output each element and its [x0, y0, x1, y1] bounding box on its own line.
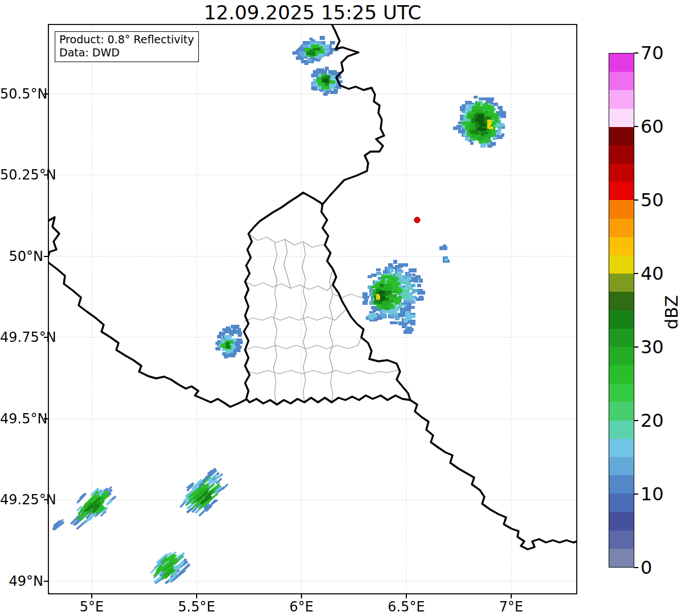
- colorbar-segment: [609, 512, 634, 530]
- colorbar-segment: [609, 219, 634, 237]
- colorbar-segment: [609, 274, 634, 292]
- colorbar-segment: [609, 54, 634, 72]
- colorbar-segment: [609, 329, 634, 347]
- borders-layer: [48, 24, 577, 594]
- y-tick-label: 49°N: [0, 574, 43, 589]
- x-tick-label: 7°E: [471, 599, 551, 614]
- colorbar-segment: [609, 549, 634, 567]
- colorbar-tick-label: 0: [641, 557, 675, 578]
- colorbar-segment: [609, 109, 634, 127]
- border-belgium-germany: [322, 24, 384, 205]
- colorbar-segment: [609, 127, 634, 145]
- canton-border: [329, 269, 333, 401]
- colorbar-tickmark: [634, 273, 638, 274]
- colorbar-segment: [609, 237, 634, 255]
- x-tick-label: 6°E: [262, 599, 341, 614]
- border-france-germany: [410, 400, 577, 549]
- x-tick-label: 6.5°E: [366, 599, 446, 614]
- colorbar-axis-label: dBZ: [661, 284, 683, 341]
- colorbar-segment: [609, 164, 634, 182]
- x-tick-label: 5°E: [52, 599, 132, 614]
- colorbar-tickmark: [634, 52, 638, 53]
- colorbar-tick-label: 60: [641, 116, 675, 137]
- colorbar-segment: [609, 475, 634, 493]
- colorbar-segment: [609, 493, 634, 512]
- colorbar-segment: [609, 384, 634, 402]
- axes-frame: [48, 25, 577, 594]
- y-tickmark: [44, 256, 48, 256]
- canton-border: [333, 294, 364, 297]
- colorbar-segment: [609, 365, 634, 384]
- border-france-belgium-loop: [48, 217, 59, 258]
- x-tickmark: [301, 594, 301, 598]
- x-tickmark: [196, 594, 197, 598]
- colorbar-segment: [609, 200, 634, 218]
- x-tickmark: [406, 594, 406, 598]
- colorbar-segment: [609, 182, 634, 200]
- figure-title: 12.09.2025 15:25 UTC: [48, 1, 577, 24]
- colorbar-segment: [609, 292, 634, 310]
- colorbar-segment: [609, 72, 634, 90]
- y-tick-label: 50.5°N: [0, 87, 43, 101]
- colorbar-segment: [609, 347, 634, 365]
- product-info-box: Product: 0.8° Reflectivity Data: DWD: [55, 31, 199, 62]
- map-plot-area: [48, 24, 577, 594]
- product-info-line2: Data: DWD: [59, 46, 194, 59]
- colorbar-segment: [609, 311, 634, 329]
- colorbar-tick-label: 50: [641, 189, 675, 211]
- canton-border: [302, 242, 307, 401]
- canton-border: [244, 309, 346, 321]
- colorbar: [609, 53, 634, 568]
- y-tick-label: 50°N: [0, 249, 43, 264]
- product-info-line1: Product: 0.8° Reflectivity: [59, 33, 194, 46]
- y-tick-label: 49.75°N: [0, 330, 43, 345]
- y-tickmark: [44, 581, 48, 581]
- x-tickmark: [91, 594, 92, 598]
- colorbar-segment: [609, 421, 634, 439]
- radar-site-marker: [414, 217, 420, 223]
- y-tick-label: 50.25°N: [0, 168, 43, 182]
- colorbar-tickmark: [634, 567, 638, 568]
- colorbar-tick-label: 70: [641, 42, 675, 64]
- canton-border: [284, 239, 291, 288]
- canton-border: [245, 370, 400, 374]
- x-tickmark: [511, 594, 511, 598]
- colorbar-segment: [609, 255, 634, 274]
- colorbar-segment: [609, 402, 634, 420]
- colorbar-tickmark: [634, 493, 638, 494]
- y-tick-label: 49.25°N: [0, 492, 43, 507]
- colorbar-tick-label: 20: [641, 410, 675, 431]
- radar-figure: 12.09.2025 15:25 UTC Product: 0.8° Refle…: [0, 0, 685, 616]
- colorbar-segment: [609, 90, 634, 108]
- canton-border: [245, 337, 361, 350]
- colorbar-tick-label: 40: [641, 263, 675, 284]
- canton-border: [274, 243, 277, 402]
- x-tick-label: 5.5°E: [157, 599, 237, 614]
- colorbar-tickmark: [634, 346, 638, 347]
- y-tick-label: 49.5°N: [0, 411, 43, 426]
- colorbar-segment: [609, 531, 634, 549]
- colorbar-segment: [609, 439, 634, 457]
- colorbar-segment: [609, 457, 634, 475]
- canton-border: [248, 234, 325, 247]
- colorbar-tickmark: [634, 126, 638, 127]
- colorbar-tickmark: [634, 420, 638, 421]
- colorbar-tick-label: 10: [641, 483, 675, 505]
- colorbar-segment: [609, 145, 634, 164]
- colorbar-tickmark: [634, 199, 638, 200]
- border-france-belgium: [48, 262, 245, 407]
